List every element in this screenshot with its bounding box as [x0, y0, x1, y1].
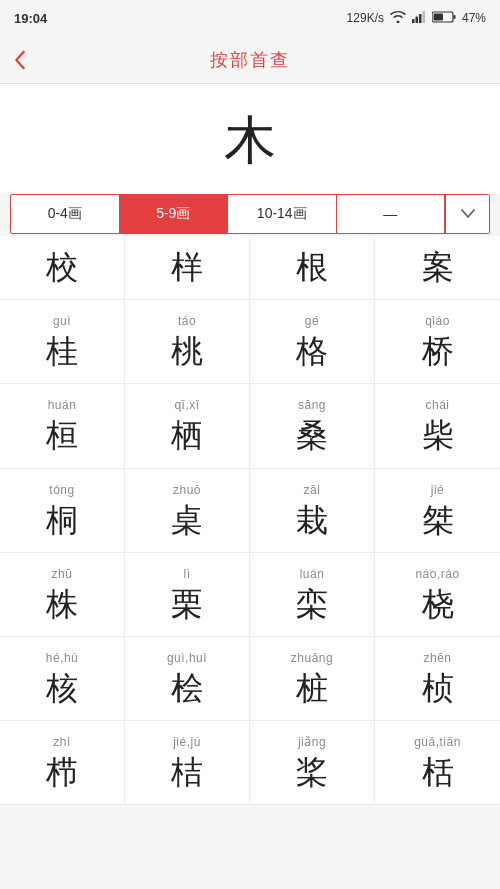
network-speed: 129K/s	[347, 11, 384, 25]
back-button[interactable]	[14, 50, 26, 70]
char-hanzi: 样	[171, 250, 203, 285]
char-hanzi: 桐	[46, 503, 78, 538]
char-cell[interactable]: 样	[125, 236, 250, 299]
stroke-filter-tabs: 0-4画 5-9画 10-14画 —	[10, 194, 490, 234]
char-cell[interactable]: táo桃	[125, 300, 250, 383]
char-row: huán桓qī,xī栖sāng桑chái柴	[0, 384, 500, 468]
char-hanzi: 桨	[296, 755, 328, 790]
tab-dropdown-button[interactable]	[445, 195, 489, 233]
char-pinyin: hé,hú	[46, 649, 79, 667]
char-cell[interactable]: 案	[375, 236, 500, 299]
tab-10-14[interactable]: 10-14画	[228, 195, 337, 233]
char-hanzi: 校	[46, 250, 78, 285]
tab-5-9[interactable]: 5-9画	[120, 195, 229, 233]
char-hanzi: 桥	[422, 334, 454, 369]
char-cell[interactable]: zhuō桌	[125, 469, 250, 552]
char-cell[interactable]: qiáo桥	[375, 300, 500, 383]
char-cell[interactable]: zhì栉	[0, 721, 125, 804]
char-cell[interactable]: zhēn桢	[375, 637, 500, 720]
char-pinyin: jié,jú	[173, 733, 201, 751]
char-hanzi: 桃	[171, 334, 203, 369]
char-pinyin: sāng	[298, 396, 326, 414]
char-cell[interactable]: luán栾	[250, 553, 375, 636]
char-cell[interactable]: lì栗	[125, 553, 250, 636]
char-cell[interactable]: guì,huì桧	[125, 637, 250, 720]
char-hanzi: 桔	[171, 755, 203, 790]
char-hanzi: 桢	[422, 671, 454, 706]
char-row: zhū株lì栗luán栾náo,ráo桡	[0, 553, 500, 637]
char-cell[interactable]: guì桂	[0, 300, 125, 383]
char-cell[interactable]: zhū株	[0, 553, 125, 636]
char-cell[interactable]: jié桀	[375, 469, 500, 552]
char-pinyin: tóng	[49, 481, 74, 499]
char-cell[interactable]: 校	[0, 236, 125, 299]
svg-rect-6	[433, 13, 443, 20]
char-cell[interactable]: guā,tiān栝	[375, 721, 500, 804]
char-pinyin: chái	[425, 396, 449, 414]
char-hanzi: 案	[422, 250, 454, 285]
char-row: 校样根案	[0, 236, 500, 300]
char-pinyin: huán	[48, 396, 77, 414]
char-cell[interactable]: qī,xī栖	[125, 384, 250, 467]
char-cell[interactable]: huán桓	[0, 384, 125, 467]
char-hanzi: 桀	[422, 503, 454, 538]
char-cell[interactable]: hé,hú核	[0, 637, 125, 720]
nav-bar: 按部首查	[0, 36, 500, 84]
char-pinyin: qī,xī	[174, 396, 199, 414]
char-cell[interactable]: náo,ráo桡	[375, 553, 500, 636]
signal-icon	[412, 11, 426, 26]
char-hanzi: 根	[296, 250, 328, 285]
char-pinyin: guā,tiān	[414, 733, 461, 751]
character-grid: 校样根案guì桂táo桃gé格qiáo桥huán桓qī,xī栖sāng桑chái…	[0, 236, 500, 805]
char-pinyin: zhēn	[423, 649, 451, 667]
char-cell[interactable]: tóng桐	[0, 469, 125, 552]
wifi-icon	[390, 11, 406, 26]
char-pinyin: qiáo	[425, 312, 450, 330]
char-cell[interactable]: zāi栽	[250, 469, 375, 552]
char-pinyin: jié	[431, 481, 445, 499]
char-hanzi: 桧	[171, 671, 203, 706]
char-cell[interactable]: jié,jú桔	[125, 721, 250, 804]
char-hanzi: 格	[296, 334, 328, 369]
char-hanzi: 株	[46, 587, 78, 622]
char-cell[interactable]: gé格	[250, 300, 375, 383]
char-hanzi: 桓	[46, 418, 78, 453]
char-pinyin: gé	[305, 312, 319, 330]
char-pinyin: náo,ráo	[415, 565, 459, 583]
char-hanzi: 柴	[422, 418, 454, 453]
svg-rect-0	[412, 19, 415, 23]
char-row: tóng桐zhuō桌zāi栽jié桀	[0, 469, 500, 553]
char-pinyin: táo	[178, 312, 196, 330]
svg-rect-1	[415, 16, 418, 23]
battery-percent: 47%	[462, 11, 486, 25]
char-hanzi: 桑	[296, 418, 328, 453]
tab-more-strokes[interactable]: —	[337, 195, 446, 233]
char-hanzi: 栖	[171, 418, 203, 453]
char-hanzi: 栾	[296, 587, 328, 622]
char-cell[interactable]: 根	[250, 236, 375, 299]
nav-title: 按部首查	[210, 48, 290, 72]
char-hanzi: 栽	[296, 503, 328, 538]
char-hanzi: 栝	[422, 755, 454, 790]
char-pinyin: lì	[184, 565, 191, 583]
svg-rect-5	[453, 15, 455, 19]
char-cell[interactable]: zhuāng桩	[250, 637, 375, 720]
char-hanzi: 桂	[46, 334, 78, 369]
char-cell[interactable]: jiǎng桨	[250, 721, 375, 804]
char-pinyin: zhuāng	[291, 649, 333, 667]
char-row: hé,hú核guì,huì桧zhuāng桩zhēn桢	[0, 637, 500, 721]
status-bar: 19:04 129K/s 47%	[0, 0, 500, 36]
char-cell[interactable]: chái柴	[375, 384, 500, 467]
char-hanzi: 桌	[171, 503, 203, 538]
char-hanzi: 栗	[171, 587, 203, 622]
char-row: guì桂táo桃gé格qiáo桥	[0, 300, 500, 384]
char-pinyin: zhuō	[173, 481, 201, 499]
char-cell[interactable]: sāng桑	[250, 384, 375, 467]
svg-rect-3	[422, 11, 425, 23]
char-hanzi: 栉	[46, 755, 78, 790]
char-hanzi: 核	[46, 671, 78, 706]
char-pinyin: zhì	[53, 733, 71, 751]
tab-0-4[interactable]: 0-4画	[11, 195, 120, 233]
status-right: 129K/s 47%	[347, 11, 486, 26]
char-pinyin: guì,huì	[167, 649, 207, 667]
